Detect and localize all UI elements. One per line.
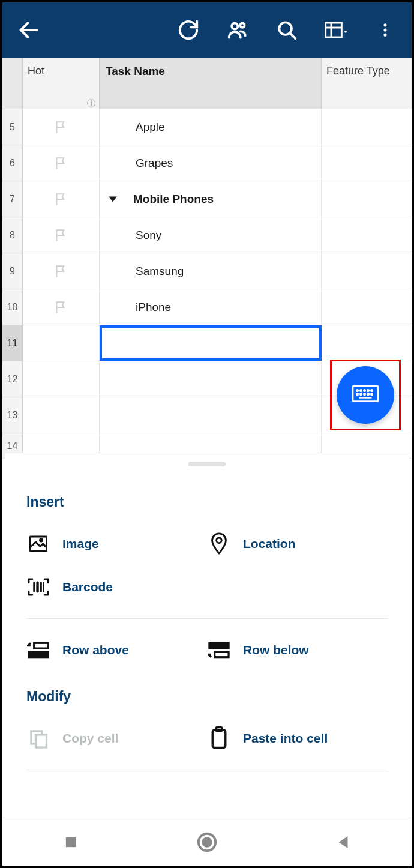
svg-point-23 bbox=[371, 393, 372, 394]
svg-marker-12 bbox=[109, 196, 117, 202]
svg-point-2 bbox=[240, 23, 244, 27]
column-header-feature-type[interactable]: Feature Type bbox=[322, 58, 412, 109]
row-number[interactable]: 6 bbox=[2, 145, 23, 181]
row-number[interactable]: 7 bbox=[2, 181, 23, 217]
table-row[interactable]: 11 bbox=[2, 325, 412, 361]
svg-point-11 bbox=[383, 34, 386, 37]
flag-icon bbox=[53, 227, 69, 244]
cell-task[interactable]: iPhone bbox=[100, 289, 322, 325]
row-below-icon bbox=[207, 638, 231, 662]
option-label: Image bbox=[62, 537, 99, 551]
row-number[interactable]: 10 bbox=[2, 289, 23, 325]
cell-hot[interactable] bbox=[23, 145, 100, 181]
cell-task[interactable] bbox=[100, 361, 322, 397]
task-text: Sony bbox=[136, 229, 161, 242]
cell-feature-type[interactable] bbox=[322, 181, 412, 217]
table-row[interactable]: 6Grapes bbox=[2, 145, 412, 181]
table-row[interactable]: 9Samsung bbox=[2, 253, 412, 289]
keyboard-fab[interactable] bbox=[337, 366, 394, 424]
svg-rect-33 bbox=[29, 652, 48, 657]
option-row-above[interactable]: Row above bbox=[26, 628, 207, 672]
svg-point-18 bbox=[371, 390, 372, 391]
column-header-task[interactable]: Task Name bbox=[100, 58, 322, 109]
copy-icon bbox=[26, 726, 50, 750]
svg-point-9 bbox=[383, 23, 386, 26]
table-row[interactable]: 5Apple bbox=[2, 109, 412, 145]
row-number[interactable]: 11 bbox=[2, 325, 23, 361]
svg-line-4 bbox=[290, 34, 296, 39]
row-number[interactable]: 5 bbox=[2, 109, 23, 145]
cell-feature-type[interactable] bbox=[322, 109, 412, 145]
more-icon[interactable] bbox=[373, 18, 397, 42]
column-label: Hot bbox=[28, 65, 44, 77]
cell-task[interactable]: Grapes bbox=[100, 145, 322, 181]
nav-recent[interactable] bbox=[59, 830, 83, 854]
cell-hot[interactable] bbox=[23, 289, 100, 325]
section-title-modify: Modify bbox=[5, 689, 409, 717]
table-row[interactable]: 10iPhone bbox=[2, 289, 412, 325]
row-number[interactable]: 13 bbox=[2, 397, 23, 433]
cell-hot[interactable] bbox=[23, 253, 100, 289]
cell-task[interactable]: Apple bbox=[100, 109, 322, 145]
svg-rect-32 bbox=[34, 643, 48, 648]
task-text: Samsung bbox=[136, 265, 184, 278]
svg-point-1 bbox=[232, 23, 238, 29]
expand-icon[interactable] bbox=[108, 195, 118, 203]
svg-point-26 bbox=[40, 539, 43, 541]
drag-handle[interactable] bbox=[188, 462, 226, 466]
column-label: Task Name bbox=[106, 65, 165, 77]
svg-point-15 bbox=[360, 390, 361, 391]
option-label: Row below bbox=[243, 643, 309, 657]
row-number[interactable]: 12 bbox=[2, 361, 23, 397]
option-label: Row above bbox=[62, 643, 129, 657]
people-icon[interactable] bbox=[226, 18, 250, 42]
cell-hot[interactable] bbox=[23, 109, 100, 145]
cell-hot[interactable] bbox=[23, 181, 100, 217]
view-switcher-icon[interactable] bbox=[324, 18, 348, 42]
table-row[interactable]: 7Mobile Phones bbox=[2, 181, 412, 217]
cell-task[interactable]: Samsung bbox=[100, 253, 322, 289]
row-number[interactable]: 8 bbox=[2, 217, 23, 253]
fab-highlight-box bbox=[330, 360, 401, 430]
column-headers: Hot i Task Name Feature Type bbox=[2, 58, 412, 109]
column-header-hot[interactable]: Hot i bbox=[23, 58, 100, 109]
cell-feature-type[interactable] bbox=[322, 325, 412, 361]
svg-point-20 bbox=[360, 393, 361, 394]
option-location[interactable]: Location bbox=[207, 522, 388, 565]
option-row-below[interactable]: Row below bbox=[207, 628, 388, 672]
option-label: Paste into cell bbox=[243, 731, 328, 746]
flag-icon bbox=[53, 299, 69, 316]
table-row[interactable]: 8Sony bbox=[2, 217, 412, 253]
option-barcode[interactable]: Barcode bbox=[26, 565, 207, 609]
option-image[interactable]: Image bbox=[26, 522, 207, 565]
svg-point-42 bbox=[202, 837, 212, 847]
cell-hot[interactable] bbox=[23, 217, 100, 253]
rownum-header bbox=[2, 58, 23, 109]
info-icon[interactable]: i bbox=[87, 99, 95, 107]
svg-point-27 bbox=[217, 538, 222, 543]
cell-feature-type[interactable] bbox=[322, 253, 412, 289]
svg-point-16 bbox=[364, 390, 365, 391]
cell-feature-type[interactable] bbox=[322, 145, 412, 181]
flag-icon bbox=[53, 191, 69, 208]
cell-task[interactable] bbox=[100, 325, 322, 361]
nav-back[interactable] bbox=[331, 830, 355, 854]
refresh-icon[interactable] bbox=[176, 18, 200, 42]
row-number[interactable]: 9 bbox=[2, 253, 23, 289]
system-nav-bar bbox=[2, 818, 412, 866]
svg-marker-43 bbox=[339, 836, 348, 848]
svg-marker-8 bbox=[344, 31, 347, 33]
cell-task[interactable]: Mobile Phones bbox=[100, 181, 322, 217]
cell-task[interactable] bbox=[100, 397, 322, 433]
cell-hot[interactable] bbox=[23, 325, 100, 361]
cell-hot[interactable] bbox=[23, 397, 100, 433]
nav-home[interactable] bbox=[195, 830, 219, 854]
svg-rect-37 bbox=[36, 735, 47, 747]
back-button[interactable] bbox=[17, 18, 41, 42]
cell-feature-type[interactable] bbox=[322, 217, 412, 253]
cell-task[interactable]: Sony bbox=[100, 217, 322, 253]
cell-hot[interactable] bbox=[23, 361, 100, 397]
option-paste-cell[interactable]: Paste into cell bbox=[207, 717, 388, 760]
search-icon[interactable] bbox=[275, 18, 299, 42]
cell-feature-type[interactable] bbox=[322, 289, 412, 325]
